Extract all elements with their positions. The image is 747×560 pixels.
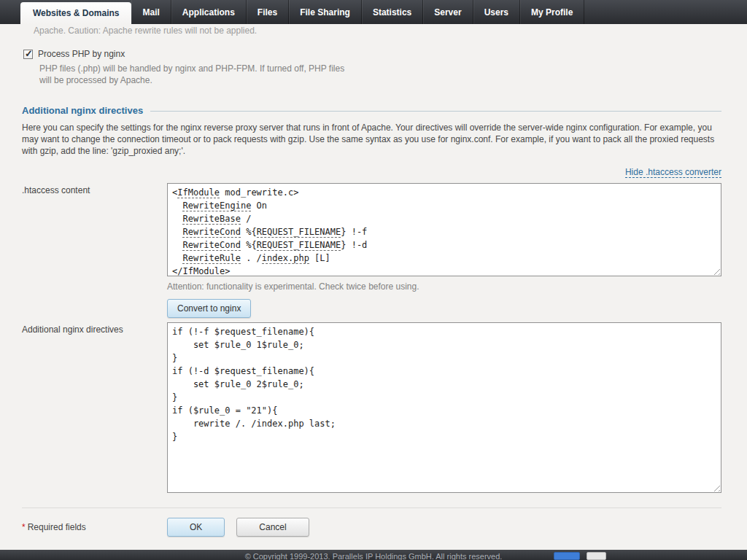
form-divider	[22, 508, 721, 508]
page-footer: © Copyright 1999-2013. Parallels IP Hold…	[0, 550, 747, 560]
tab-websites-domains[interactable]: Websites & Domains	[20, 2, 131, 24]
required-asterisk: *	[22, 522, 26, 532]
additional-directives-label: Additional nginx directives	[22, 322, 167, 493]
additional-directives-textarea[interactable]: if (!-f $request_filename){ set $rule_0 …	[167, 322, 721, 493]
experimental-attention-note: Attention: functionality is experimental…	[167, 281, 721, 292]
form-actions: *Required fields OK Cancel	[22, 518, 721, 537]
required-fields-note: *Required fields	[22, 522, 167, 532]
tab-mail[interactable]: Mail	[131, 0, 171, 24]
clipped-apache-description: Apache. Caution: Apache rewrite rules wi…	[34, 26, 721, 36]
additional-directives-row: Additional nginx directives if (!-f $req…	[22, 322, 721, 493]
htaccess-content-label: .htaccess content	[22, 183, 167, 318]
tab-applications[interactable]: Applications	[171, 0, 247, 24]
required-fields-text: Required fields	[28, 522, 86, 532]
hide-htaccess-converter-link[interactable]: Hide .htaccess converter	[625, 167, 721, 178]
process-php-by-nginx-label[interactable]: Process PHP by nginx	[38, 49, 125, 59]
tab-users[interactable]: Users	[473, 0, 520, 24]
tab-file-sharing[interactable]: File Sharing	[289, 0, 362, 24]
apache-nginx-settings-page: Websites & Domains Mail Applications Fil…	[0, 0, 747, 560]
tab-my-profile[interactable]: My Profile	[520, 0, 584, 24]
tab-files[interactable]: Files	[247, 0, 289, 24]
section-title: Additional nginx directives	[22, 105, 143, 116]
htaccess-row: .htaccess content <IfModule mod_rewrite.…	[22, 183, 721, 318]
footer-badge-primary[interactable]	[554, 552, 580, 560]
section-rule	[150, 111, 721, 112]
settings-form: Apache. Caution: Apache rewrite rules wi…	[0, 26, 747, 537]
copyright-text: © Copyright 1999-2013. Parallels IP Hold…	[245, 552, 503, 560]
section-header: Additional nginx directives	[22, 105, 721, 116]
section-description: Here you can specify the settings for th…	[22, 122, 721, 157]
convert-to-nginx-button[interactable]: Convert to nginx	[167, 299, 251, 318]
top-navigation: Websites & Domains Mail Applications Fil…	[0, 0, 747, 24]
footer-badge-secondary[interactable]	[587, 552, 606, 560]
cancel-button[interactable]: Cancel	[236, 518, 309, 537]
tab-statistics[interactable]: Statistics	[362, 0, 423, 24]
process-php-by-nginx-checkbox[interactable]	[23, 50, 33, 59]
htaccess-content-textarea[interactable]: <IfModule mod_rewrite.c> RewriteEngine O…	[167, 183, 721, 276]
ok-button[interactable]: OK	[167, 518, 225, 537]
process-php-description: PHP files (.php) will be handled by ngin…	[39, 63, 353, 86]
tab-server[interactable]: Server	[423, 0, 473, 24]
